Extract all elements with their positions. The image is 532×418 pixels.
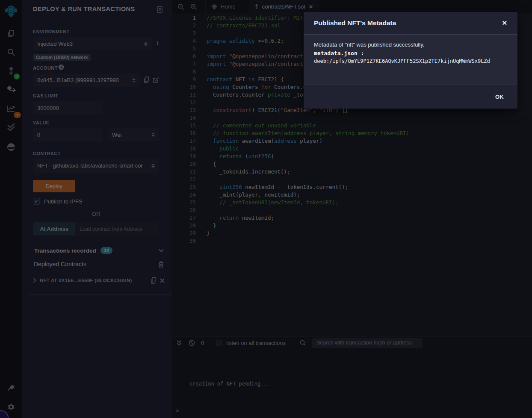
modal-close-icon[interactable]: ✕: [502, 19, 507, 27]
modal-title: Published NFT's Metadata: [314, 19, 502, 27]
modal-header: Published NFT's Metadata ✕: [304, 12, 517, 35]
modal-message: Metadata of "nft" was published successf…: [314, 41, 507, 48]
remix-ide-window: ✓ 1: [0, 0, 532, 418]
modal-footer: OK: [304, 85, 517, 109]
metadata-filename: metadata.json :: [314, 50, 507, 56]
ipfs-link: dweb:/ipfs/QmYL9P1Z7KE6AQvKJPFF52SX1p2TE…: [314, 58, 507, 64]
modal-body: Metadata of "nft" was published successf…: [304, 35, 517, 85]
ok-button[interactable]: OK: [495, 94, 504, 100]
published-metadata-modal: Published NFT's Metadata ✕ Metadata of "…: [304, 12, 517, 109]
